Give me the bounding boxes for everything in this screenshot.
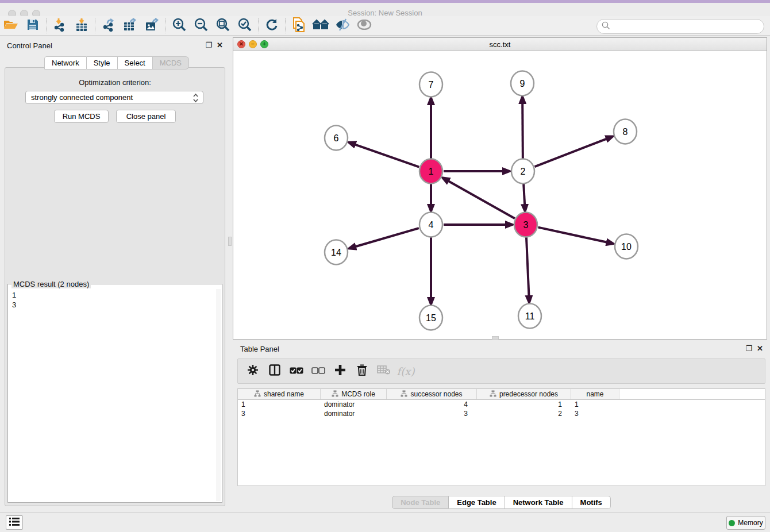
unchecked-boxes-icon [311,366,325,376]
table-row-0[interactable]: 1dominator411 [238,400,765,409]
export-network-button[interactable] [98,17,120,34]
node-6[interactable]: 6 [325,126,348,151]
tab-node-table[interactable]: Node Table [392,496,449,509]
panel-splitter-handle[interactable] [228,237,232,246]
cell-mcds-role[interactable]: dominator [321,400,387,409]
zoom-fit-button[interactable] [212,17,234,34]
import-network-button[interactable] [49,17,71,34]
cell-name[interactable]: 1 [571,400,619,409]
cell-predecessor-nodes[interactable]: 2 [477,409,571,418]
eye-slash-icon [335,18,350,33]
criterion-dropdown[interactable]: strongly connected component [25,91,203,104]
edge-2-9[interactable] [522,103,523,159]
close-table-panel-icon[interactable]: ✕ [757,344,763,353]
cell-shared-name[interactable]: 1 [238,400,321,409]
zoom-out-button[interactable] [190,17,212,34]
tab-select[interactable]: Select [118,56,153,70]
node-3[interactable]: 3 [514,213,537,237]
node-table[interactable]: shared nameMCDS rolesuccessor nodesprede… [237,388,765,486]
clone-network-button[interactable] [288,17,310,34]
memory-button[interactable]: Memory [726,516,765,530]
edge-4-14[interactable] [355,228,419,246]
table-row-1[interactable]: 3dominator323 [238,409,765,418]
delete-table-button[interactable] [375,362,393,380]
column-header-predecessor-nodes[interactable]: predecessor nodes [477,389,571,399]
edge-3-10[interactable] [538,228,607,242]
tab-style[interactable]: Style [87,56,118,70]
import-network-icon [53,18,67,34]
node-8[interactable]: 8 [614,119,637,144]
node-2[interactable]: 2 [511,159,534,184]
cell-shared-name[interactable]: 3 [238,409,321,418]
export-image-button[interactable] [141,17,163,34]
tab-mcds[interactable]: MCDS [153,56,189,70]
tab-motifs[interactable]: Motifs [572,496,611,509]
cell-mcds-role[interactable]: dominator [321,409,387,418]
network-canvas[interactable]: 1234678910111415 [233,51,767,339]
svg-text:7: 7 [429,80,434,90]
zoom-selected-button[interactable] [234,17,256,34]
refresh-view-button[interactable] [261,17,283,34]
edge-3-1[interactable] [448,181,515,219]
node-7[interactable]: 7 [419,72,442,97]
edge-3-11[interactable] [526,237,529,296]
search-input[interactable] [610,20,764,33]
edge-1-6[interactable] [355,144,419,167]
tab-network-table[interactable]: Network Table [505,496,572,509]
ndex-home-button[interactable] [310,17,332,34]
save-session-button[interactable] [22,17,44,34]
eye-button[interactable] [353,17,375,34]
node-14[interactable]: 14 [325,240,348,265]
float-table-panel-icon[interactable]: ❐ [745,344,752,353]
delete-column-button[interactable] [353,362,371,380]
column-header-mcds-role[interactable]: MCDS role [321,389,387,399]
toggle-graphics-details-button[interactable] [332,17,353,34]
cell-successor-nodes[interactable]: 4 [387,400,477,409]
float-panel-icon[interactable]: ❐ [205,41,212,49]
open-session-button[interactable] [0,17,22,34]
tab-network[interactable]: Network [44,56,87,70]
network-window-titlebar[interactable]: ✕ − + scc.txt [233,38,767,51]
open-folder-icon [3,19,18,33]
cell-predecessor-nodes[interactable]: 1 [477,400,571,409]
cell-name[interactable]: 3 [571,409,619,418]
node-15[interactable]: 15 [419,306,442,330]
close-panel-icon[interactable]: ✕ [217,41,223,49]
node-10[interactable]: 10 [615,234,638,259]
select-all-columns-button[interactable] [287,362,306,380]
node-9[interactable]: 9 [511,71,534,96]
control-panel: Control Panel ❐ ✕ NetworkStyleSelectMCDS… [0,36,230,512]
plus-icon [334,364,346,378]
toolbar-search [596,19,764,34]
run-mcds-button[interactable]: Run MCDS [54,110,109,123]
node-4[interactable]: 4 [419,213,442,237]
column-header-name[interactable]: name [571,389,619,399]
show-column-button[interactable] [265,362,284,380]
zoom-in-button[interactable] [168,17,190,34]
mcds-result-text[interactable]: 1 3 [9,289,216,501]
edge-2-3[interactable] [523,184,525,205]
create-column-button[interactable] [331,362,349,380]
task-history-button[interactable] [6,515,23,530]
canvas-splitter-handle[interactable] [492,336,499,340]
column-header-successor-nodes[interactable]: successor nodes [387,389,477,399]
header-filler [619,389,765,399]
edge-2-8[interactable] [535,138,607,167]
tab-edge-table[interactable]: Edge Table [449,496,505,509]
node-1[interactable]: 1 [419,159,442,184]
export-table-button[interactable] [120,17,141,34]
import-table-button[interactable] [71,17,93,34]
cell-successor-nodes[interactable]: 3 [387,409,477,418]
close-panel-button[interactable]: Close panel [116,110,176,123]
control-panel-tabs: NetworkStyleSelectMCDS [44,56,189,70]
unselect-all-columns-button[interactable] [309,362,328,380]
node-11[interactable]: 11 [518,304,541,329]
toolbar-separator [95,18,95,33]
table-panel: Table Panel ❐ ✕ f(x) shared nameMCDS rol… [233,342,770,512]
function-builder-button[interactable]: f(x) [396,362,415,380]
result-scrollbar[interactable] [216,289,221,501]
table-settings-button[interactable] [244,362,262,380]
column-header-shared-name[interactable]: shared name [238,389,321,399]
table-header-row: shared nameMCDS rolesuccessor nodesprede… [238,389,765,400]
export-network-icon [102,18,116,34]
